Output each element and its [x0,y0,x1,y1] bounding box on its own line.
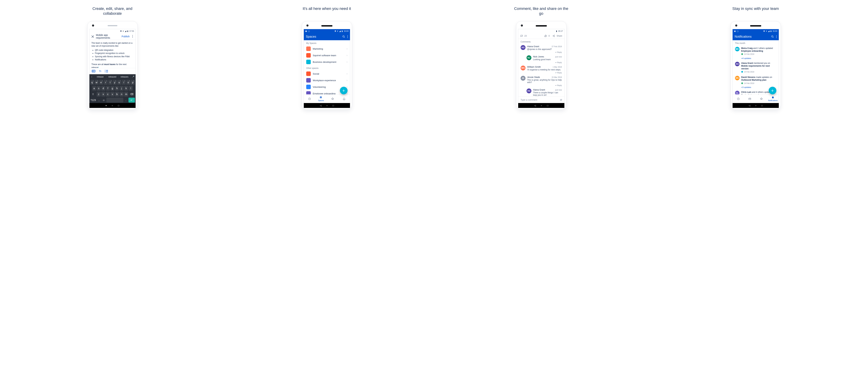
comments-icon[interactable] [520,35,523,37]
key-g[interactable]: g [111,86,115,91]
key-o[interactable]: o9 [126,80,130,85]
notification-item[interactable]: MC Moira Craig and 2 others updated Empl… [733,45,779,57]
key-f[interactable]: f [106,86,110,91]
overflow-menu-icon[interactable] [776,35,777,38]
key-u[interactable]: u7 [117,80,121,85]
tab-recent[interactable] [304,97,315,100]
space-row[interactable]: Marketing › [304,45,350,52]
key-r[interactable]: r4 [104,80,107,85]
spaces-list[interactable]: My Spaces Marketing › Squirrel software … [304,40,350,94]
nav-back-icon[interactable]: ◁ [534,104,536,107]
reply-button[interactable]: ↩ Reply [527,72,562,74]
key-z[interactable]: z [97,92,101,97]
more-updates-link[interactable]: +4 updates [733,57,779,60]
key-symbols[interactable]: ?123 [90,98,96,103]
nav-back-icon[interactable]: ▾ [105,104,107,107]
key-x[interactable]: x [101,92,105,97]
nav-back-icon[interactable]: ◁ [749,104,750,107]
nav-home-icon[interactable]: ○ [112,104,113,107]
space-row[interactable]: Business development › [304,59,350,65]
key-s[interactable]: s [97,86,101,91]
key-shift[interactable]: ⇧ [90,92,96,97]
key-w[interactable]: w2 [95,80,99,85]
keyboard-icon[interactable] [92,70,95,72]
key-e[interactable]: e3 [99,80,103,85]
nav-recents-icon[interactable]: □ [547,104,549,107]
key-l[interactable]: l [129,86,133,91]
create-fab[interactable]: + [340,87,347,94]
search-icon[interactable] [342,35,345,38]
create-fab[interactable]: + [769,87,776,94]
reply-button[interactable]: ↩ Reply [527,51,562,53]
key-n[interactable]: n [120,92,124,97]
tab-spaces[interactable] [744,97,756,100]
mic-icon[interactable]: 🎤 [131,76,135,78]
reply-button[interactable]: ↩ Reply [527,84,562,86]
comment-list[interactable]: Comments AG Alana Grant 27 Feb 2018 @njo… [518,39,564,97]
comment-item[interactable]: AG Alana Grant just now There a couple t… [518,88,564,97]
comment-input[interactable] [520,98,558,101]
overflow-menu-icon[interactable] [347,35,348,38]
key-comma[interactable]: , [97,98,101,103]
list-icon[interactable] [105,70,108,72]
nav-recents-icon[interactable]: □ [762,104,763,107]
chevron-left-icon[interactable]: ‹ [89,76,94,78]
key-a[interactable]: a [92,86,96,91]
nav-home-icon[interactable]: ○ [327,104,328,107]
notification-list[interactable]: This month MC Moira Craig and 2 others u… [733,40,779,94]
key-k[interactable]: k [124,86,128,91]
comment-item[interactable]: WS William Smith 1 Mar 2018 I'll organis… [518,65,564,75]
key-v[interactable]: v [111,92,115,97]
key-d[interactable]: d [101,86,105,91]
publish-button[interactable]: Publish [122,35,130,38]
nav-recents-icon[interactable]: □ [333,104,334,107]
notification-item[interactable]: AG Alana Grant mentioned you on Mobile r… [733,60,779,75]
key-period[interactable]: . [124,98,128,103]
reply-button[interactable]: ↩ Reply [533,61,562,64]
share-button[interactable]: Share [557,35,562,37]
nav-home-icon[interactable]: ○ [541,104,542,107]
kb-suggestion[interactable]: releases [119,75,131,79]
key-y[interactable]: y6 [113,80,117,85]
key-space[interactable] [106,98,123,103]
nav-home-icon[interactable]: ○ [755,104,756,107]
nav-recents-icon[interactable]: □ [118,104,119,107]
key-b[interactable]: b [115,92,119,97]
tab-saved[interactable] [756,97,767,100]
key-emoji[interactable]: ☺ [101,98,106,103]
document-body[interactable]: The team is really excited to get starte… [89,40,135,68]
key-m[interactable]: m [124,92,128,97]
tab-notifications[interactable] [338,97,350,100]
key-q[interactable]: q1 [90,80,94,85]
key-j[interactable]: j [119,86,123,91]
notification-item[interactable]: DS David Stevens made updates on Outboun… [733,74,779,86]
text-style-icon[interactable]: TT [99,70,101,73]
kb-suggestion[interactable]: released [106,75,119,79]
space-row[interactable]: Social › [304,70,350,77]
overflow-menu-icon[interactable] [131,35,134,38]
kb-suggestion[interactable]: release [94,75,106,79]
key-enter[interactable]: ↵ [128,98,135,103]
mention-icon[interactable]: @ [560,99,562,101]
space-row[interactable]: Squirrel software team › [304,52,350,59]
nav-back-icon[interactable]: ◁ [320,104,321,107]
comment-item[interactable]: JS Jessie Slade 15 Mar 2018 This is grea… [518,75,564,88]
tab-saved[interactable] [327,97,339,100]
tab-notifications[interactable]: Notifications [767,96,779,102]
comment-item[interactable]: AG Alana Grant 27 Feb 2018 @njones is th… [518,44,564,54]
key-c[interactable]: c [106,92,110,97]
like-icon[interactable] [545,35,547,37]
tab-spaces[interactable]: Spaces [315,96,327,102]
key-i[interactable]: i8 [122,80,126,85]
key-p[interactable]: p0 [131,80,135,85]
close-icon[interactable] [91,35,94,38]
share-icon[interactable] [552,35,555,37]
soft-keyboard[interactable]: ‹ release released releases 🎤 q1w2e3r4t5… [89,74,135,103]
comment-item[interactable]: NJ Nick Jones just now Looking good team… [518,54,564,65]
key-h[interactable]: h [115,86,119,91]
search-icon[interactable] [771,35,774,38]
space-row[interactable]: Workplace experience › [304,77,350,83]
key-backspace[interactable]: ⌫ [129,92,135,97]
tab-recent[interactable] [733,97,744,100]
key-t[interactable]: t5 [108,80,112,85]
